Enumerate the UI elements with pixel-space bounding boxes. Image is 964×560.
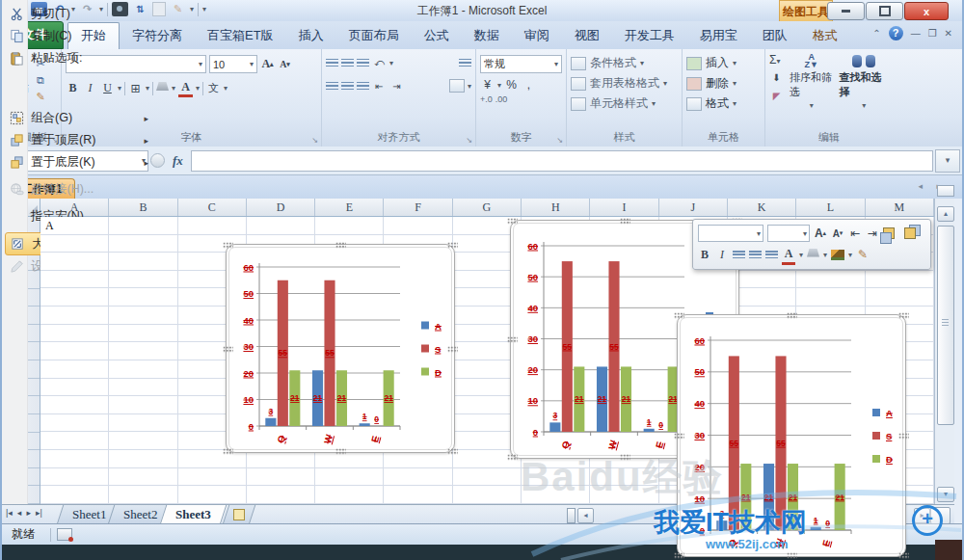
scroll-up-icon[interactable]: ▴ [937, 206, 954, 222]
chart-object-1[interactable]: 010203040506035521Q215521W1021EASD [226, 244, 455, 453]
selection-handle[interactable] [447, 346, 458, 353]
mini-decrease-indent-icon[interactable]: ⇤ [848, 225, 862, 242]
selection-handle[interactable] [507, 454, 518, 461]
scroll-down-icon[interactable]: ▾ [937, 487, 954, 502]
mini-fill-color-button[interactable] [807, 249, 819, 261]
scroll-left-icon[interactable]: ◂ [577, 508, 594, 523]
increase-indent-icon[interactable]: ⇥ [389, 78, 404, 93]
menu-item-组合[interactable]: 组合(G)▸ [3, 107, 154, 129]
sheet-tab-Sheet3[interactable]: Sheet3 [160, 505, 227, 524]
selection-handle[interactable] [620, 218, 630, 225]
fill-color-button[interactable] [156, 82, 169, 94]
alignment-dialog-launcher[interactable]: ↘ [466, 136, 472, 145]
number-format-combo[interactable]: 常规▾ [480, 55, 562, 73]
align-top-icon[interactable] [326, 59, 338, 67]
decrease-decimal-button[interactable]: .00 [495, 94, 508, 104]
tab-开发工具[interactable]: 开发工具 [612, 23, 687, 49]
mini-bold-button[interactable]: B [698, 246, 711, 263]
orientation-icon[interactable]: ⤺ [372, 55, 387, 70]
accounting-format-icon[interactable]: ¥ [480, 77, 495, 93]
tab-格式[interactable]: 格式 [800, 23, 850, 49]
selection-handle[interactable] [898, 433, 909, 440]
mini-send-backward-icon[interactable] [904, 227, 916, 239]
column-header-E[interactable]: E [315, 199, 384, 216]
column-header-D[interactable]: D [247, 199, 315, 216]
selection-handle[interactable] [223, 448, 233, 455]
selection-handle[interactable] [335, 242, 346, 249]
mini-format-painter-icon[interactable]: ✎ [856, 246, 870, 263]
find-select-button[interactable]: 查找和选择▾ [840, 53, 889, 110]
collapse-ribbon-icon[interactable]: ⌃ [872, 28, 880, 39]
grow-font-button[interactable]: A▴ [260, 57, 275, 72]
qat-customize-button[interactable]: ▾ [202, 5, 206, 13]
selection-handle[interactable] [507, 218, 518, 225]
mini-bring-forward-icon[interactable] [883, 227, 895, 239]
wrap-text-icon[interactable] [459, 59, 471, 67]
cell-styles-button[interactable]: 单元格样式▾ [571, 93, 678, 114]
column-header-K[interactable]: K [728, 199, 796, 216]
menu-item-置于底层[interactable]: 置于底层(K)▸ [3, 151, 154, 173]
expand-formula-bar-icon[interactable]: ▾ [935, 149, 960, 173]
conditional-format-button[interactable]: 条件格式▾ [571, 53, 678, 73]
percent-style-button[interactable]: % [504, 77, 519, 93]
insert-worksheet-button[interactable] [222, 505, 254, 524]
align-bottom-icon[interactable] [357, 59, 369, 67]
number-dialog-launcher[interactable]: ↘ [556, 136, 563, 145]
mini-shrink-font-button[interactable]: A▾ [831, 225, 844, 242]
decrease-indent-icon[interactable]: ⇤ [372, 78, 387, 93]
column-header-G[interactable]: G [453, 199, 522, 216]
increase-decimal-button[interactable]: +.0 [480, 94, 493, 104]
align-center-icon[interactable] [341, 82, 354, 91]
mini-italic-button[interactable]: I [715, 246, 729, 263]
clear-button[interactable]: ◤ [769, 88, 784, 103]
selection-handle[interactable] [674, 552, 684, 559]
menu-item-粘贴选项:[interactable]: 粘贴选项: [3, 47, 154, 69]
vertical-scroll-thumb[interactable] [937, 226, 954, 425]
align-right-icon[interactable] [357, 82, 369, 91]
sheet-nav-buttons[interactable]: |◂ ◂ ▸ ▸| [6, 508, 42, 518]
delete-cells-button[interactable]: 删除▾ [686, 73, 761, 93]
tab-视图[interactable]: 视图 [562, 23, 612, 49]
menu-item-剪切[interactable]: 剪切(T) [3, 3, 154, 25]
format-cells-button[interactable]: 格式▾ [686, 93, 761, 114]
underline-button[interactable]: U [100, 81, 115, 96]
bold-button[interactable]: B [66, 81, 80, 96]
mini-increase-indent-icon[interactable]: ⇥ [866, 225, 879, 242]
phonetic-guide-button[interactable]: 文 [206, 81, 221, 96]
autosum-button[interactable]: Σ▾ [769, 53, 784, 67]
selection-handle[interactable] [223, 346, 233, 353]
tab-split-handle[interactable] [567, 508, 576, 523]
align-middle-icon[interactable] [341, 59, 354, 67]
first-sheet-icon[interactable]: |◂ [6, 508, 13, 518]
italic-button[interactable]: I [83, 81, 97, 96]
tab-页面布局[interactable]: 页面布局 [336, 23, 412, 49]
selection-handle[interactable] [223, 242, 233, 249]
shrink-font-button[interactable]: A▾ [278, 57, 292, 72]
mini-align-left-icon[interactable] [733, 251, 745, 259]
tab-公式[interactable]: 公式 [412, 23, 462, 49]
selection-handle[interactable] [335, 448, 346, 455]
column-header-H[interactable]: H [522, 199, 590, 216]
column-header-C[interactable]: C [178, 199, 247, 216]
sort-filter-button[interactable]: AZ▼ 排序和筛选▾ [790, 53, 834, 110]
vertical-scrollbar[interactable]: ▴ ▾ [934, 199, 954, 504]
tab-百宝箱ET版[interactable]: 百宝箱ET版 [195, 23, 286, 49]
borders-button[interactable]: ⊞ [128, 81, 143, 96]
comma-style-button[interactable]: , [522, 77, 536, 93]
align-left-icon[interactable] [326, 82, 338, 91]
doc-restore-icon[interactable]: ❐ [928, 28, 937, 39]
format-as-table-button[interactable]: 套用表格格式▾ [571, 73, 678, 93]
mini-grow-font-button[interactable]: A▴ [814, 225, 827, 242]
tab-插入[interactable]: 插入 [286, 23, 336, 49]
copy-icon[interactable]: ⧉ [33, 73, 48, 87]
selection-handle[interactable] [787, 552, 797, 559]
help-icon[interactable]: ? [889, 26, 903, 40]
tab-数据[interactable]: 数据 [462, 23, 512, 49]
fill-button[interactable]: ⬇ [769, 69, 784, 85]
font-dialog-launcher[interactable]: ↘ [311, 136, 318, 145]
selection-handle[interactable] [620, 454, 630, 461]
column-header-M[interactable]: M [866, 199, 934, 216]
close-button[interactable]: x [904, 2, 949, 20]
formula-input[interactable] [191, 150, 933, 172]
mini-shape-outline-button[interactable] [831, 250, 844, 260]
